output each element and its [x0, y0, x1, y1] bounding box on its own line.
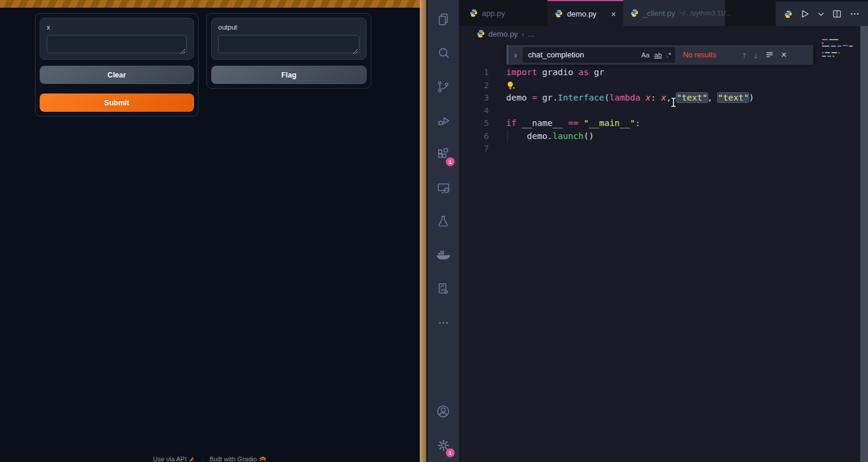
activity-run-debug[interactable] [427, 104, 459, 137]
activity-account[interactable] [427, 395, 459, 428]
tab-path-description: ~/.../python3.11/... [679, 9, 731, 17]
match-case-icon[interactable]: Aa [641, 51, 649, 59]
code-line[interactable]: 6 demo.launch() [459, 130, 860, 143]
activity-docker[interactable] [427, 238, 459, 272]
account-icon [435, 403, 451, 419]
input-block: x [40, 18, 194, 60]
find-results-status: No results [683, 51, 735, 59]
activity-extensions[interactable]: 1 [427, 137, 459, 171]
line-content: demo = gr.Interface(lambda x: x, "text",… [489, 92, 754, 105]
python-icon [477, 30, 485, 38]
line-number: 3 [459, 92, 489, 105]
output-block: output [211, 18, 367, 60]
editor-region: app.py demo.py × _client.py ~/.../python… [459, 0, 868, 462]
breadcrumb: demo.py › ... [459, 26, 860, 41]
activity-container-tools[interactable] [427, 272, 459, 306]
code-line[interactable]: 5if __name__ == "__main__": [459, 117, 860, 130]
code-lines: 1import gradio as gr2 3demo = gr.Interfa… [459, 66, 860, 156]
find-widget: › Aa ab .* No results ↑ ↓ × [506, 45, 814, 65]
more-actions-icon[interactable] [850, 9, 860, 19]
tab-demo-py[interactable]: demo.py × [548, 0, 623, 26]
output-label: output [218, 24, 359, 31]
gradio-footer: Use via API · Built with Gradio [0, 455, 420, 462]
split-editor-icon[interactable] [832, 9, 842, 19]
line-content [489, 105, 506, 118]
line-number: 4 [459, 105, 489, 118]
input-label: x [47, 24, 187, 31]
python-icon [555, 9, 563, 18]
clear-button[interactable]: Clear [40, 66, 194, 84]
source-control-icon [436, 79, 451, 94]
find-input[interactable] [528, 50, 636, 59]
settings-badge: 1 [446, 448, 455, 457]
code-line[interactable]: 2 [459, 79, 860, 92]
activity-search[interactable] [427, 36, 459, 70]
gradio-logo-icon [259, 456, 267, 462]
window-edge-strip [860, 26, 868, 462]
line-number: 5 [459, 117, 489, 130]
line-number: 1 [459, 66, 489, 79]
line-content: import gradio as gr [489, 66, 604, 79]
output-panel: output Flag [206, 13, 371, 89]
files-icon [436, 12, 451, 27]
run-python-file-icon[interactable] [800, 9, 810, 19]
built-with-gradio-link[interactable]: Built with Gradio [209, 455, 267, 462]
line-number: 7 [459, 143, 489, 156]
activity-source-control[interactable] [427, 70, 459, 104]
code-line[interactable]: 1import gradio as gr [459, 66, 860, 79]
toggle-replace-chevron-icon[interactable]: › [509, 50, 523, 60]
find-input-box: Aa ab .* [523, 47, 675, 63]
regex-icon[interactable]: .* [666, 51, 671, 59]
remote-explorer-icon [436, 180, 451, 196]
python-icon [630, 9, 639, 17]
lightbulb-icon[interactable] [506, 81, 516, 91]
run-dropdown-chevron-icon[interactable] [818, 12, 824, 17]
input-panel: x Clear Submit [35, 13, 199, 117]
line-content: demo.launch() [489, 130, 594, 143]
activity-settings[interactable]: 1 [427, 428, 459, 462]
more-views-icon [436, 316, 451, 330]
flag-button[interactable]: Flag [211, 66, 367, 84]
gradio-app-pane: x Clear Submit output Flag [0, 0, 420, 462]
python-icon [469, 9, 478, 17]
code-line[interactable]: 4 [459, 105, 860, 118]
activity-testing[interactable] [427, 205, 459, 238]
python-icon [784, 10, 792, 18]
line-number: 2 [459, 79, 489, 92]
screen: x Clear Submit output Flag [0, 0, 868, 462]
whole-word-icon[interactable]: ab [655, 51, 662, 59]
find-in-selection-icon[interactable] [765, 50, 774, 59]
breadcrumb-file[interactable]: demo.py [488, 30, 518, 38]
line-content: if __name__ == "__main__": [489, 117, 640, 130]
code-editor[interactable]: 1import gradio as gr2 3demo = gr.Interfa… [459, 66, 860, 156]
editor-actions [776, 2, 868, 26]
find-next-icon[interactable]: ↓ [754, 50, 759, 60]
footer-separator: · [202, 455, 204, 462]
activity-explorer[interactable] [427, 2, 459, 36]
input-textarea[interactable] [47, 35, 187, 53]
extensions-badge: 1 [446, 157, 455, 166]
output-textarea[interactable] [218, 35, 359, 53]
activity-more-views[interactable] [427, 306, 459, 340]
submit-button[interactable]: Submit [40, 93, 194, 112]
minimap[interactable] [822, 39, 856, 65]
code-line[interactable]: 3demo = gr.Interface(lambda x: x, "text"… [459, 92, 860, 105]
line-content [489, 79, 516, 92]
activity-bar: 1 1 [427, 0, 459, 462]
close-tab-icon[interactable]: × [611, 9, 616, 18]
search-icon [436, 46, 451, 61]
chevron-right-icon: › [522, 30, 524, 38]
run-debug-icon [436, 113, 451, 128]
close-find-icon[interactable]: × [781, 50, 786, 60]
code-line[interactable]: 7 [459, 143, 860, 156]
testing-beaker-icon [436, 214, 451, 229]
tab-app-py[interactable]: app.py [459, 0, 548, 26]
breadcrumb-symbol[interactable]: ... [527, 30, 534, 38]
find-previous-icon[interactable]: ↑ [742, 50, 747, 60]
window-divider-sash[interactable] [420, 0, 427, 462]
tab-client-py[interactable]: _client.py ~/.../python3.11/... [623, 0, 725, 26]
docker-icon [435, 247, 451, 263]
use-via-api-link[interactable]: Use via API [153, 455, 196, 462]
line-content [489, 143, 506, 156]
activity-remote-explorer[interactable] [427, 171, 459, 205]
